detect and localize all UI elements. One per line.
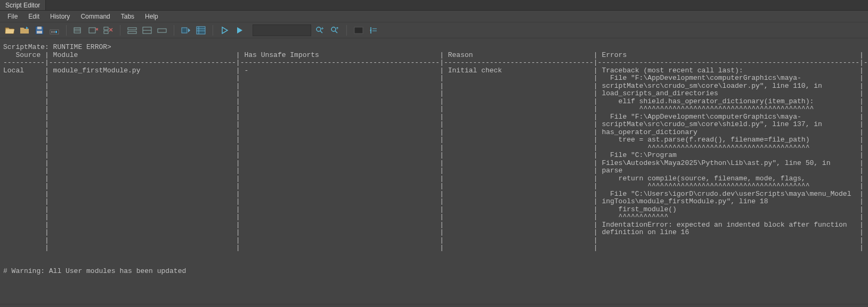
clear-history-icon[interactable] [72,24,85,37]
menu-history[interactable]: History [45,11,75,22]
save-icon[interactable] [33,24,46,37]
bottom-edge [0,304,868,307]
search-input[interactable] [253,24,311,36]
separator [66,25,67,36]
menu-file[interactable]: File [2,11,23,22]
separator [120,25,120,36]
separator [346,25,347,36]
svg-rect-4 [51,31,53,33]
svg-rect-21 [158,29,166,32]
svg-rect-10 [89,28,95,33]
svg-rect-5 [53,31,55,33]
svg-point-29 [331,27,336,31]
goto-line-icon[interactable] [367,24,380,37]
svg-rect-6 [55,31,57,33]
menu-edit[interactable]: Edit [23,11,45,22]
search-down-icon[interactable] [313,24,326,37]
menubar: File Edit History Command Tabs Help [0,11,868,22]
svg-rect-22 [182,28,187,33]
input-only-icon[interactable] [156,24,168,37]
svg-line-28 [320,31,322,33]
save-to-shelf-icon[interactable] [48,24,61,37]
color-swatch-icon[interactable] [352,24,365,37]
titlebar: Script Editor [0,0,868,11]
source-script-icon[interactable] [18,24,31,37]
clear-all-icon[interactable] [102,24,115,37]
echo-commands-icon[interactable] [180,24,192,37]
svg-line-30 [335,31,337,33]
svg-rect-13 [104,27,108,30]
svg-rect-17 [128,28,136,30]
svg-rect-18 [128,31,136,34]
menu-help[interactable]: Help [140,11,164,22]
output-pane[interactable]: ScriptMate: RUNTIME ERROR> Source | Modu… [0,38,868,304]
separator [174,25,174,36]
history-input-icon[interactable] [126,24,139,37]
open-icon[interactable] [3,24,16,37]
separator [213,25,213,36]
search-up-icon[interactable] [328,24,341,37]
history-only-icon[interactable] [141,24,153,37]
execute-all-icon[interactable] [233,24,246,37]
svg-rect-14 [104,31,108,34]
window-title: Script Editor [0,0,46,10]
line-numbers-icon[interactable] [194,24,207,37]
execute-icon[interactable] [218,24,231,37]
svg-rect-2 [37,31,42,34]
svg-rect-1 [37,27,42,29]
svg-rect-7 [74,28,80,33]
menu-command[interactable]: Command [75,11,115,22]
toolbar [0,22,868,38]
clear-input-icon[interactable] [87,24,100,37]
menu-tabs[interactable]: Tabs [116,11,140,22]
svg-rect-23 [197,27,205,34]
svg-rect-31 [354,27,363,34]
svg-point-27 [317,27,321,31]
